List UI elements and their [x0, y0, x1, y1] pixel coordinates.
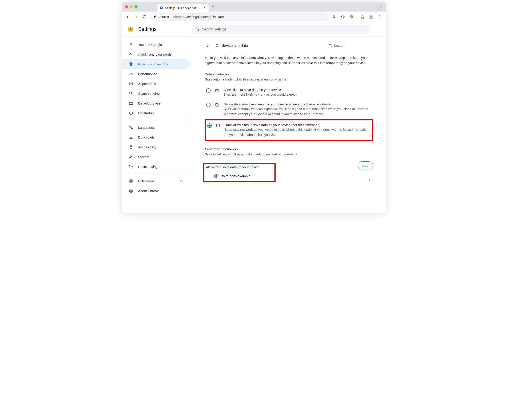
zoom-icon[interactable] — [330, 13, 338, 21]
section-subtitle: Sites automatically follow this setting … — [205, 77, 373, 81]
sidebar-item-label: System — [138, 155, 149, 159]
tab-title: Settings - On-device site dat… — [165, 6, 201, 10]
browser-tab[interactable]: Settings - On-device site dat… — [157, 4, 209, 12]
url-text: chrome://settings/content/siteData — [173, 15, 224, 19]
profile-avatar-icon[interactable] — [367, 13, 375, 21]
window-close-button[interactable] — [125, 5, 128, 8]
settings-content: On-device site data A site you visit can… — [205, 37, 373, 213]
sidebar-item-label: Performance — [138, 72, 157, 76]
chrome-menu-icon[interactable] — [376, 13, 383, 21]
tab-close-button[interactable] — [203, 7, 206, 9]
person-icon — [129, 42, 133, 47]
radio-option-allow[interactable]: Allow sites to save data on your device … — [205, 85, 373, 100]
sidebar-item-appearance[interactable]: Appearance — [122, 79, 190, 88]
svg-point-6 — [379, 16, 380, 17]
speedometer-icon — [129, 72, 133, 76]
svg-point-17 — [132, 83, 132, 84]
labs-flask-icon[interactable] — [359, 13, 366, 21]
extensions-icon — [129, 179, 133, 183]
local-search-box[interactable] — [329, 44, 373, 48]
sidebar-item-system[interactable]: System — [122, 152, 190, 162]
tabs-dropdown-button[interactable] — [377, 4, 383, 10]
radio-button[interactable] — [207, 123, 212, 128]
svg-point-13 — [129, 54, 131, 55]
wrench-icon — [129, 155, 133, 159]
translate-icon — [129, 125, 133, 130]
new-tab-button[interactable] — [211, 5, 215, 8]
svg-point-7 — [379, 18, 380, 18]
radio-option-dont-allow[interactable]: Don't allow sites to save data on your d… — [206, 120, 372, 140]
sidebar-item-label: Search engine — [138, 92, 160, 95]
sidebar-item-default-browser[interactable]: Default browser — [122, 98, 190, 108]
svg-point-24 — [215, 88, 218, 90]
browser-toolbar: Chrome chrome://settings/content/siteDat… — [122, 12, 386, 22]
sidebar-item-extensions[interactable]: Extensions — [122, 176, 190, 186]
svg-point-18 — [129, 92, 132, 94]
sidebar-item-label: Accessibility — [138, 145, 156, 149]
sidebar-item-accessibility[interactable]: Accessibility — [122, 142, 190, 152]
radio-button[interactable] — [206, 103, 211, 107]
sidebar-item-autofill[interactable]: Autofill and passwords — [122, 49, 190, 59]
radio-description: Sites are more likely to work as you wou… — [224, 92, 372, 97]
extensions-icon[interactable] — [347, 13, 355, 21]
sidebar-item-reset[interactable]: Reset settings — [122, 162, 190, 171]
radio-option-delete-on-close[interactable]: Delete data sites have saved to your dev… — [205, 100, 373, 119]
external-link-icon — [180, 179, 183, 183]
window-maximize-button[interactable] — [134, 5, 137, 8]
window-titlebar: Settings - On-device site dat… — [122, 2, 386, 12]
radio-label: Don't allow sites to save data on your d… — [225, 123, 371, 127]
accessibility-icon — [129, 145, 133, 149]
sidebar-item-label: Privacy and security — [138, 62, 168, 66]
sidebar-item-about[interactable]: About Chrome — [122, 186, 190, 196]
settings-search-box[interactable] — [192, 25, 370, 34]
key-icon — [129, 52, 133, 57]
page-title: On-device site data — [216, 44, 248, 48]
add-site-button[interactable]: Add — [358, 162, 373, 169]
svg-point-11 — [196, 28, 198, 30]
svg-point-23 — [329, 44, 331, 46]
bookmark-star-icon[interactable] — [339, 13, 346, 21]
chip-label: Chrome — [159, 15, 169, 18]
radio-button[interactable] — [206, 88, 211, 93]
nav-back-button[interactable] — [124, 13, 131, 21]
site-info-chip[interactable]: Chrome — [152, 14, 171, 20]
radio-description: Sites may not work as you would expect. … — [225, 127, 371, 137]
svg-point-25 — [215, 103, 218, 104]
settings-header: Settings — [122, 22, 386, 37]
sidebar-item-privacy[interactable]: Privacy and security — [122, 59, 190, 69]
sidebar-item-languages[interactable]: Languages — [122, 123, 190, 132]
palette-icon — [129, 81, 133, 86]
sidebar-item-performance[interactable]: Performance — [122, 69, 190, 79]
page-back-button[interactable] — [203, 42, 211, 50]
svg-rect-19 — [129, 102, 133, 104]
reset-icon — [129, 164, 133, 169]
chrome-logo-icon — [127, 26, 134, 32]
svg-point-12 — [130, 43, 132, 44]
address-bar[interactable]: Chrome chrome://settings/content/siteDat… — [150, 13, 328, 21]
settings-search-input[interactable] — [202, 27, 366, 31]
local-search-input[interactable] — [334, 44, 373, 47]
search-icon — [195, 27, 200, 32]
svg-point-5 — [379, 15, 380, 16]
shield-icon — [129, 62, 133, 66]
sidebar-item-search-engine[interactable]: Search engine — [122, 88, 190, 98]
sidebar-item-label: Default browser — [138, 101, 162, 105]
sidebar-item-you-and-google[interactable]: You and Google — [122, 40, 190, 49]
annotation-highlight: Don't allow sites to save data on your d… — [205, 119, 373, 141]
sidebar-item-downloads[interactable]: Downloads — [122, 132, 190, 142]
sidebar-item-on-startup[interactable]: On startup — [122, 108, 190, 118]
nav-forward-button[interactable] — [132, 13, 140, 21]
window-minimize-button[interactable] — [130, 5, 133, 8]
svg-point-16 — [131, 82, 131, 83]
sidebar-item-label: Extensions — [138, 179, 154, 183]
site-row-menu-button[interactable] — [366, 176, 373, 183]
database-icon — [215, 103, 219, 107]
nav-reload-button[interactable] — [141, 13, 148, 21]
browser-window-icon — [129, 101, 133, 105]
settings-heading: Settings — [138, 26, 157, 32]
section-subtitle: Sites listed below follow a custom setti… — [205, 152, 373, 156]
allowed-site-row[interactable]: third-party.example — [206, 173, 273, 180]
sidebar-item-label: On startup — [138, 111, 154, 115]
sidebar-item-label: About Chrome — [138, 189, 160, 193]
database-off-icon — [216, 123, 221, 128]
